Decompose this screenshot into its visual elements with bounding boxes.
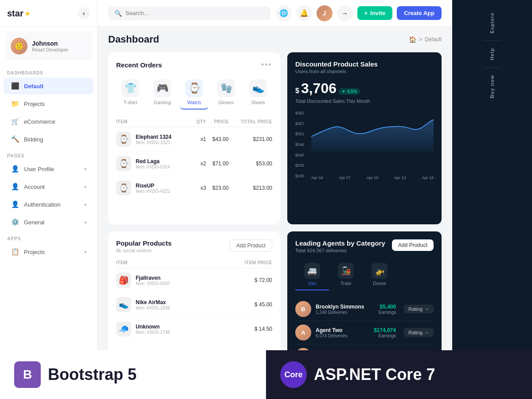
sidebar-item-ecommerce[interactable]: 🛒 eCommerce: [4, 113, 94, 130]
leading-agents-header: Leading Agents by Category Total 424,567…: [295, 239, 434, 259]
chart-x-labels: Apr 04 Apr 07 Apr 10 Apr 13 Apr 18: [311, 176, 434, 180]
sidebar-item-default[interactable]: ⬛ Default: [4, 78, 94, 94]
ds-title: Discounted Product Sales: [295, 60, 434, 68]
agent-info: Zuid Area 357 Deliveries: [316, 351, 344, 362]
tab-watch[interactable]: ⌚ Watch: [180, 76, 208, 110]
topbar-actions: 🌐 🔔 J → + Invite Create App: [276, 5, 442, 21]
sidebar: star ★ ‹ 🙂 Johnson React Developer DASHB…: [0, 0, 98, 399]
grid-icon: ⬛: [11, 82, 20, 90]
help-button[interactable]: Help: [486, 41, 498, 67]
col-price: PRICE: [206, 117, 229, 127]
agent-name: Agent Two: [316, 327, 348, 333]
earnings-label: Earnings: [379, 310, 396, 315]
sidebar-item-user-profile[interactable]: 👤 User Profile ▾: [4, 160, 94, 177]
arrow-right-icon: →: [424, 330, 429, 335]
product-thumb-icon: 👟: [116, 297, 131, 312]
recent-orders-title: Recent Orders: [116, 61, 162, 69]
watch-icon: ⌚: [185, 79, 203, 97]
product-sku: Item: #XDG-1836: [136, 305, 170, 310]
agent-name: Brooklyn Simmons: [316, 304, 364, 310]
col-item: ITEM: [116, 258, 219, 268]
create-app-button[interactable]: Create App: [397, 6, 442, 20]
agent-deliveries: 1,240 Deliveries: [316, 310, 364, 315]
item-name: Red Laga: [136, 158, 170, 164]
agent-name: Zuid Area: [316, 351, 344, 357]
col-item: ITEM: [116, 117, 192, 127]
rating-button[interactable]: Rating →: [404, 328, 434, 337]
right-panel: Explore Help Buy now: [452, 0, 532, 399]
add-product-button[interactable]: Add Product: [230, 239, 272, 252]
product-thumb-icon: 🧢: [116, 321, 131, 336]
train-icon: 🚂: [338, 263, 354, 279]
table-row: ⌚ Red Laga Item: #XDG-5314 x2 $71.00 $53…: [116, 152, 272, 176]
item-total: $53.00: [229, 152, 272, 176]
arrow-right-icon[interactable]: →: [337, 5, 353, 21]
item-info: Red Laga Item: #XDG-5314: [136, 158, 170, 169]
popular-products-header: Popular Products 8k social visitors Add …: [116, 239, 272, 253]
agent-tab-van[interactable]: 🚐 Van: [295, 259, 329, 290]
add-product-button-dark[interactable]: Add Product: [392, 239, 434, 251]
sidebar-item-label: Projects: [24, 101, 45, 107]
col-item-price: ITEM PRICE: [219, 258, 272, 268]
explore-button[interactable]: Explore: [486, 5, 498, 40]
product-name: Unknown: [136, 324, 170, 330]
agent-tab-train[interactable]: 🚂 Train: [329, 259, 363, 290]
popular-products-card: Popular Products 8k social visitors Add …: [108, 231, 280, 392]
tab-tshirt[interactable]: 👕 T-shirt: [116, 76, 145, 110]
home-icon: 🏠: [409, 36, 416, 43]
sidebar-item-authentication[interactable]: 👤 Authentication ▾: [4, 196, 94, 213]
product-info: Nike AirMax Item: #XDG-1836: [136, 299, 170, 310]
sidebar-item-account[interactable]: 👤 Account ▾: [4, 178, 94, 195]
folder-icon: 📁: [11, 99, 20, 108]
tshirt-icon: 👕: [121, 79, 139, 97]
orders-table: ITEM QTY PRICE TOTAL PRICE ⌚ Elephant 13…: [116, 117, 272, 200]
logo-star-icon: ★: [24, 9, 31, 18]
agent-tab-drone[interactable]: 🚁 Drone: [363, 259, 396, 290]
account-icon: 👤: [11, 182, 20, 191]
tab-shoes[interactable]: 👟 Shoes: [244, 76, 272, 110]
rating-label: Rating: [408, 306, 422, 312]
search-icon: 🔍: [114, 10, 122, 17]
invite-button[interactable]: + Invite: [357, 6, 393, 20]
agent-earnings-group: $174,074 Earnings: [374, 327, 396, 338]
buy-now-button[interactable]: Buy now: [486, 68, 498, 106]
notification-icon[interactable]: 🔔: [296, 5, 312, 21]
chart-area: $362 $357 $351 $346 $340 $335 $330: [295, 109, 434, 180]
rating-button[interactable]: Rating →: [404, 305, 434, 313]
globe-icon[interactable]: 🌐: [276, 5, 292, 21]
item-qty: x1: [192, 127, 206, 152]
popular-products-subtitle: 8k social visitors: [116, 248, 172, 253]
leading-agents-title: Leading Agents by Category: [295, 239, 385, 247]
chart-svg: [311, 109, 434, 152]
sidebar-item-projects-app[interactable]: 📋 Projects ▾: [4, 243, 94, 260]
item-info: Elephant 1324 Item: #XDG-1523: [136, 134, 172, 145]
card-menu-icon[interactable]: •••: [261, 60, 272, 70]
discounted-sales-card: Discounted Product Sales Users from all …: [287, 52, 442, 224]
tab-gloves[interactable]: 🧤 Gloves: [212, 76, 240, 110]
topbar-avatar[interactable]: J: [317, 5, 332, 21]
sidebar-toggle-button[interactable]: ‹: [78, 7, 90, 20]
shoes-icon: 👟: [249, 79, 267, 97]
sidebar-item-general[interactable]: ⚙️ General ▾: [4, 214, 94, 231]
search-input[interactable]: [125, 10, 214, 16]
tab-gaming-label: Gaming: [154, 100, 171, 105]
table-row: 👟 Nike AirMax Item: #XDG-1836 $ 45.00: [116, 293, 272, 317]
products-table: ITEM ITEM PRICE 🎒 Fjallraven Item: #XDG-…: [116, 258, 272, 341]
chart-y-labels: $362 $357 $351 $346 $340 $335 $330: [295, 109, 304, 180]
product-price: $ 72.00: [219, 268, 272, 293]
sidebar-item-projects[interactable]: 📁 Projects: [4, 95, 94, 112]
page-header: Dashboard 🏠 > Default: [98, 27, 452, 45]
auth-icon: 👤: [11, 200, 20, 209]
item-thumb-icon: ⌚: [116, 156, 131, 171]
list-item: B Brooklyn Simmons 1,240 Deliveries $5,4…: [295, 297, 434, 321]
sidebar-item-bidding[interactable]: 🔨 Bidding: [4, 131, 94, 148]
gloves-icon: 🧤: [217, 79, 235, 97]
agent-tab-drone-label: Drone: [373, 281, 386, 286]
sidebar-item-label: Authentication: [24, 201, 60, 208]
search-bar[interactable]: 🔍: [108, 6, 270, 20]
item-sku: Item: #XDG-4222: [136, 189, 170, 194]
ds-subtitle: Users from all channels: [295, 69, 434, 74]
section-label-dashboards: DASHBOARDS: [0, 65, 97, 77]
rating-button[interactable]: Rating →: [404, 352, 434, 360]
tab-gaming[interactable]: 🎮 Gaming: [148, 76, 176, 110]
